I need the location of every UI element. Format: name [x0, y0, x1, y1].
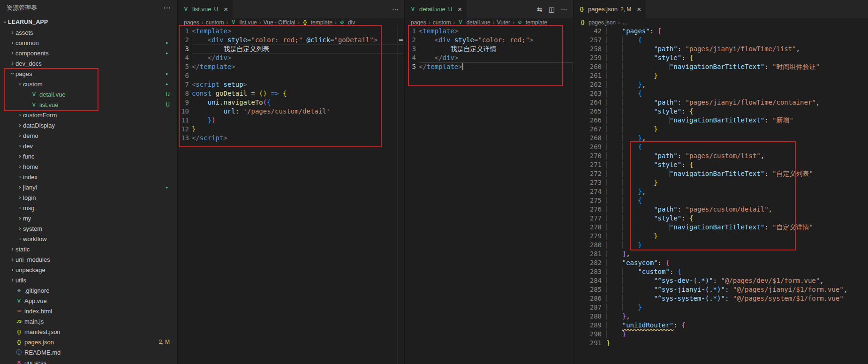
code-line[interactable]: 266 "navigationBarTitleText": "新增" [574, 116, 868, 125]
tree-item-readme-md[interactable]: ⓘREADME.md [0, 347, 177, 357]
code-line[interactable]: 275 { [574, 196, 868, 205]
code-line[interactable]: 7<script setup> [178, 80, 404, 89]
code-line[interactable]: 288 }, [574, 312, 868, 321]
code-line[interactable]: 2 <div style="color: red;" @click="goDet… [178, 36, 404, 45]
code-line[interactable]: 268 }, [574, 134, 868, 143]
code-line[interactable]: 263 { [574, 89, 868, 98]
code-line[interactable]: 11 }) [178, 116, 404, 125]
tree-item-index[interactable]: ›index [0, 172, 177, 182]
code-line[interactable]: 10 url: '/pages/custom/detail' [178, 107, 404, 116]
tree-item-assets[interactable]: ›assets [0, 27, 177, 38]
tree-item-jianyi[interactable]: ›jianyi● [0, 182, 177, 192]
tree-item-home[interactable]: ›home [0, 161, 177, 172]
code-line[interactable]: 278 "navigationBarTitleText": "自定义详情" [574, 223, 868, 232]
code-editor-list-vue[interactable]: 1<template>2 <div style="color: red;" @c… [178, 26, 404, 143]
more-actions-icon[interactable]: ⋯ [561, 6, 567, 13]
tree-item-custom[interactable]: ›custom● [0, 79, 177, 89]
tree-item-dev[interactable]: ›dev [0, 141, 177, 151]
code-line[interactable]: 269 { [574, 143, 868, 152]
code-line[interactable]: 270 "path": "pages/custom/list", [574, 152, 868, 160]
code-editor-pages-json[interactable]: 42 "pages": [257 {258 "path": "pages/jia… [574, 26, 868, 348]
overview-ruler[interactable] [397, 26, 404, 364]
code-line[interactable]: 281 ], [574, 250, 868, 258]
code-line[interactable]: 286 "^sys-system-(.*)": "@/pages/system/… [574, 294, 868, 303]
split-editor-icon[interactable]: ◫ [549, 6, 555, 13]
breadcrumb-item-pages-json[interactable]: pages.json [589, 19, 616, 26]
code-line[interactable]: 267 } [574, 125, 868, 134]
code-line[interactable]: 274 }, [574, 187, 868, 196]
tree-item-manifest-json[interactable]: {}manifest.json [0, 326, 177, 337]
tab-pages-json[interactable]: {} pages.json 2, M × [574, 0, 646, 18]
tree-item-index-html[interactable]: <>index.html [0, 306, 177, 316]
tree-item-common[interactable]: ›common● [0, 38, 177, 48]
code-line[interactable]: 13</script> [178, 134, 404, 143]
tree-item-list-vue[interactable]: Vlist.vueU [0, 99, 177, 110]
code-line[interactable]: 4 </div> [405, 53, 573, 62]
tree-item-uni-modules[interactable]: ›uni_modules [0, 254, 177, 265]
code-line[interactable]: 287 } [574, 303, 868, 312]
code-line[interactable]: 42 "pages": [ [574, 27, 868, 36]
tree-item-unpackage[interactable]: ›unpackage [0, 265, 177, 275]
tree-item-system[interactable]: ›system [0, 223, 177, 234]
code-line[interactable]: 276 "path": "pages/custom/detail", [574, 205, 868, 214]
tree-item-func[interactable]: ›func [0, 151, 177, 161]
code-line[interactable]: 12} [178, 125, 404, 134]
tree-item-detail-vue[interactable]: Vdetail.vueU [0, 89, 177, 99]
code-line[interactable]: 289 "uniIdRouter": { [574, 321, 868, 330]
more-actions-icon[interactable]: ⋯ [163, 3, 171, 12]
compare-changes-icon[interactable]: ⇆ [537, 6, 543, 13]
tree-item-pages[interactable]: ›pages● [0, 68, 177, 79]
code-line[interactable]: 282 "easycom": { [574, 258, 868, 267]
code-line[interactable]: 5</template> [178, 62, 404, 71]
code-line[interactable]: 291} [574, 339, 868, 348]
tree-item-uni-scss[interactable]: Suni.scss [0, 357, 177, 364]
breadcrumb-item-div[interactable]: div [348, 19, 355, 26]
code-line[interactable]: 277 "style": { [574, 214, 868, 223]
tree-item-msg[interactable]: ›msg [0, 203, 177, 213]
code-line[interactable]: 1<template> [405, 27, 573, 36]
tree-item-workflow[interactable]: ›workflow [0, 234, 177, 244]
close-icon[interactable]: × [224, 6, 228, 13]
tree-item-customform[interactable]: ›customForm [0, 110, 177, 120]
tree-item-learun-app[interactable]: ›LEARUN_APP [0, 17, 177, 27]
code-line[interactable]: 258 "path": "pages/jianyi/flowTime/list"… [574, 45, 868, 53]
tree-item-datadisplay[interactable]: ›dataDisplay [0, 120, 177, 130]
tab-list-vue[interactable]: V list.vue U × [178, 0, 233, 18]
code-line[interactable]: 279 } [574, 232, 868, 241]
tree-item-components[interactable]: ›components● [0, 48, 177, 58]
code-line[interactable]: 260 "navigationBarTitleText": "时间组件验证" [574, 62, 868, 71]
breadcrumb-item-pages[interactable]: pages [411, 19, 426, 26]
close-icon[interactable]: × [637, 6, 641, 13]
breadcrumb-item-[interactable]: … [622, 19, 628, 26]
tree-item-gitignore[interactable]: ◆.gitignore [0, 285, 177, 296]
code-line[interactable]: 265 "style": { [574, 107, 868, 116]
code-line[interactable]: 264 "path": "pages/jianyi/flowTime/conta… [574, 98, 868, 107]
code-line[interactable]: 290 } [574, 330, 868, 339]
tree-item-app-vue[interactable]: VApp.vue [0, 296, 177, 306]
code-line[interactable]: 6 [178, 71, 404, 80]
code-line[interactable]: 271 "style": { [574, 160, 868, 169]
more-actions-icon[interactable]: ⋯ [392, 6, 399, 13]
code-line[interactable]: 259 "style": { [574, 53, 868, 62]
code-line[interactable]: 1<template> [178, 27, 404, 36]
code-line[interactable]: 3 我是自定义详情 [405, 45, 573, 53]
breadcrumb-item-detail-vue[interactable]: detail.vue [466, 19, 490, 26]
tree-item-static[interactable]: ›static [0, 244, 177, 254]
breadcrumb-item-template[interactable]: template [311, 19, 332, 26]
code-line[interactable]: 262 }, [574, 80, 868, 89]
code-line[interactable]: 8const goDetail = () => { [178, 89, 404, 98]
tree-item-demo[interactable]: ›demo [0, 130, 177, 141]
breadcrumb-item-vue-official[interactable]: Vue - Official [264, 19, 295, 26]
code-line[interactable]: 283 "custom": { [574, 267, 868, 276]
breadcrumb-item-list-vue[interactable]: list.vue [239, 19, 257, 26]
tree-item-pages-json[interactable]: {}pages.json2, M [0, 337, 177, 347]
tree-item-main-js[interactable]: JSmain.js [0, 316, 177, 326]
code-line[interactable]: 9 uni.navigateTo({ [178, 98, 404, 107]
code-line[interactable]: 280 } [574, 241, 868, 250]
code-line[interactable]: 2 <div style="color: red;"> [405, 36, 573, 45]
code-line[interactable]: 257 { [574, 36, 868, 45]
code-line[interactable]: 273 } [574, 178, 868, 187]
breadcrumb-item-template[interactable]: template [526, 19, 547, 26]
code-line[interactable]: 285 "^sys-jianyi-(.*)": "@/pages/jianyi/… [574, 285, 868, 294]
breadcrumb-item-custom[interactable]: custom [433, 19, 451, 26]
